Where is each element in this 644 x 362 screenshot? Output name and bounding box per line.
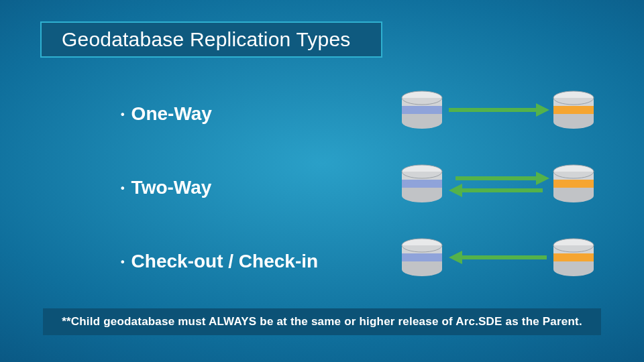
arrow-left-icon	[449, 184, 543, 197]
database-icon	[402, 239, 442, 276]
one-way-diagram	[400, 90, 595, 130]
svg-point-16	[553, 115, 594, 129]
svg-marker-27	[536, 172, 549, 185]
database-icon	[553, 239, 594, 276]
database-icon	[553, 165, 594, 202]
database-icon	[402, 91, 442, 129]
footnote-bar: **Child geodatabase must ALWAYS be at th…	[43, 308, 601, 335]
two-way-diagram	[400, 164, 595, 204]
bullet-dot-icon: •	[121, 257, 125, 267]
bullet: • Two-Way	[121, 177, 211, 198]
footnote-text: **Child geodatabase must ALWAYS be at th…	[62, 315, 582, 328]
arrow-right-icon	[449, 103, 549, 117]
slide-title-bar: Geodatabase Replication Types	[40, 21, 382, 58]
arrow-left-icon	[449, 251, 547, 264]
bullet-dot-icon: •	[121, 183, 125, 194]
svg-point-24	[402, 189, 442, 202]
arrow-right-icon	[455, 172, 549, 185]
bullet-dot-icon: •	[121, 109, 125, 120]
bullet-label: Two-Way	[131, 177, 212, 198]
svg-point-44	[402, 263, 442, 276]
bullet-label: Check-out / Check-in	[131, 251, 318, 272]
database-icon	[402, 165, 442, 202]
svg-point-6	[402, 115, 442, 129]
bullet: • Check-out / Check-in	[121, 251, 318, 272]
svg-marker-29	[449, 184, 462, 197]
check-out-check-in-diagram	[400, 237, 595, 278]
slide-title: Geodatabase Replication Types	[62, 28, 351, 51]
database-icon	[553, 91, 594, 129]
svg-marker-47	[449, 251, 462, 264]
svg-point-54	[553, 263, 594, 276]
svg-marker-9	[536, 103, 549, 117]
bullet-label: One-Way	[131, 103, 212, 125]
bullet: • One-Way	[121, 103, 212, 125]
svg-point-36	[553, 189, 594, 202]
